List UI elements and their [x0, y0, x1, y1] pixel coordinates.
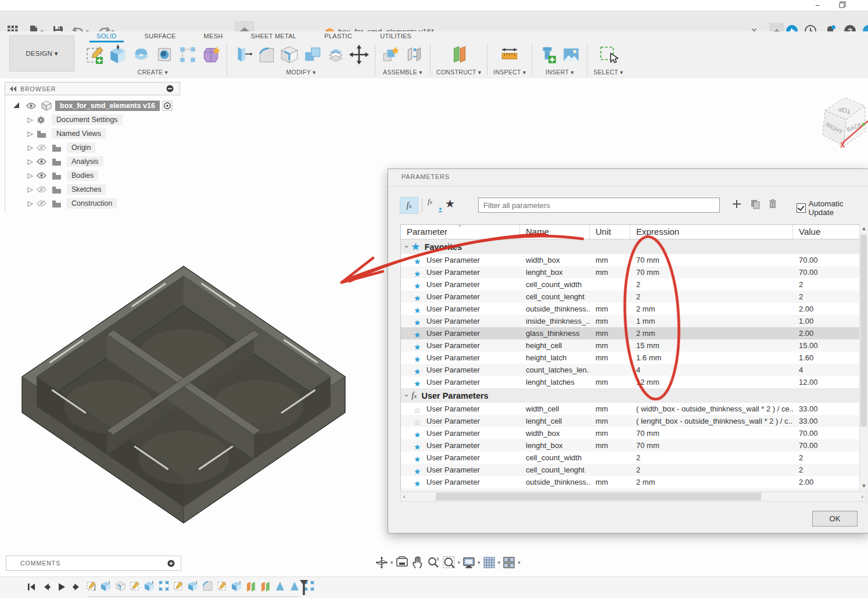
parameter-expression[interactable]: ( lenght_box - outside_thinkness_wall * …: [630, 417, 793, 425]
browser-item-origin[interactable]: ▷ Origin: [5, 141, 180, 155]
timeline-feature-sketch[interactable]: [173, 581, 184, 592]
play-button[interactable]: [57, 582, 66, 592]
favorite-star-toggle[interactable]: ★: [414, 317, 421, 329]
parameter-expression[interactable]: 15 mm: [630, 341, 793, 350]
parameter-row[interactable]: ★User Parameterwidth_boxmm70 mm70.00: [401, 427, 866, 439]
filter-parameters-input[interactable]: [478, 198, 720, 213]
step-forward-button[interactable]: [72, 582, 81, 592]
browser-item-sketches[interactable]: ▷ Sketches: [5, 182, 180, 196]
favorites-filter-button[interactable]: ★: [445, 197, 455, 210]
item-label[interactable]: Document Settings: [52, 114, 123, 125]
section-chevron-icon[interactable]: ›: [403, 245, 411, 248]
column-header-value[interactable]: Value: [793, 225, 859, 239]
collapse-panel-icon[interactable]: [10, 86, 17, 92]
parameter-row[interactable]: ★User Parameterwidth_boxmm70 mm70.00: [401, 254, 866, 266]
timeline-feature-mirror[interactable]: [260, 581, 271, 592]
form-tool-icon[interactable]: [201, 45, 221, 65]
timeline-feature-extrude[interactable]: [188, 581, 199, 592]
favorite-star-toggle[interactable]: ★: [414, 341, 421, 353]
table-header-row[interactable]: › ParameterNameUnitExpressionValue: [401, 225, 866, 239]
group-label[interactable]: INSERT ▾: [546, 69, 574, 76]
section-header-user-parameters[interactable]: ›fxUser Parameters: [401, 388, 866, 403]
visibility-eye-icon[interactable]: [37, 172, 46, 179]
expander-icon[interactable]: ▷: [26, 116, 34, 124]
step-back-button[interactable]: [42, 582, 51, 592]
expander-icon[interactable]: ▷: [26, 171, 34, 180]
browser-item-analysis[interactable]: ▷ Analysis: [5, 155, 180, 169]
fit-caret[interactable]: ▾: [458, 560, 461, 565]
fit-icon[interactable]: [442, 556, 456, 570]
parameter-expression[interactable]: 2: [630, 453, 793, 462]
favorite-star-toggle[interactable]: ★: [414, 305, 421, 317]
image-tool-icon[interactable]: [561, 45, 581, 65]
section-chevron-icon[interactable]: ›: [403, 394, 411, 396]
ribbon-tab-utilities[interactable]: UTILITIES: [366, 31, 425, 41]
favorite-star-toggle[interactable]: ★: [414, 378, 421, 390]
display-settings-icon[interactable]: [462, 556, 476, 570]
expander-icon[interactable]: ▷: [26, 185, 34, 194]
zoom-icon[interactable]: ±: [426, 556, 440, 570]
visibility-eye-icon[interactable]: [37, 200, 46, 207]
look-at-icon[interactable]: [395, 556, 409, 570]
timeline-feature-draft[interactable]: [275, 581, 286, 592]
vertical-scrollbar[interactable]: ▲ ▼: [859, 224, 868, 490]
automatic-update-checkbox[interactable]: [797, 203, 806, 213]
ribbon-tab-plastic[interactable]: PLASTIC: [310, 31, 366, 41]
timeline-feature-extrude[interactable]: [144, 581, 155, 592]
favorite-star-toggle[interactable]: ★: [414, 478, 421, 490]
favorite-star-toggle[interactable]: ★: [414, 366, 421, 378]
favorite-star-toggle[interactable]: ★: [414, 490, 421, 490]
bolt-tool-icon[interactable]: [538, 45, 558, 65]
group-label[interactable]: CONSTRUCT ▾: [436, 69, 481, 76]
parameter-expression[interactable]: 1 mm: [630, 317, 793, 325]
favorite-star-toggle[interactable]: ★: [414, 292, 421, 305]
expander-icon[interactable]: ▷: [26, 144, 34, 152]
visibility-eye-icon[interactable]: [26, 102, 36, 109]
timeline-feature-extrude[interactable]: [231, 581, 242, 592]
joint-tool-icon[interactable]: [404, 45, 424, 65]
revolve-tool-icon[interactable]: [131, 45, 151, 65]
favorite-star-toggle[interactable]: ★: [414, 429, 421, 441]
viewports-caret[interactable]: ▾: [518, 560, 521, 565]
grid-caret[interactable]: ▾: [498, 560, 501, 565]
column-header-unit[interactable]: Unit: [590, 225, 630, 239]
root-document-label[interactable]: box_for_smd_elements v16: [55, 101, 160, 111]
item-label[interactable]: Origin: [67, 142, 95, 153]
pan-icon[interactable]: [411, 556, 425, 570]
parameter-row[interactable]: ★User Parameterheight_latchmm1.6 mm1.60: [401, 352, 866, 364]
parameter-row[interactable]: ☆User Parameterwidth_cellmm( width_box -…: [401, 403, 866, 415]
automatic-update-toggle[interactable]: Automatic Update: [797, 199, 868, 217]
favorite-star-toggle[interactable]: ☆: [414, 404, 421, 417]
parameter-expression[interactable]: 12 mm: [630, 378, 793, 386]
timeline-feature-extrude[interactable]: [101, 581, 112, 592]
browser-item-document-settings[interactable]: ▷Document Settings: [5, 113, 180, 127]
favorite-star-toggle[interactable]: ★: [414, 256, 421, 268]
newcomp-tool-icon[interactable]: [381, 45, 401, 65]
section-header-favorites[interactable]: ›★Favorites: [401, 239, 866, 254]
group-label[interactable]: INSPECT ▾: [493, 69, 526, 76]
parameter-expression[interactable]: 70 mm: [630, 256, 793, 264]
activate-component-radio[interactable]: [162, 101, 173, 111]
timeline-feature-pattern[interactable]: [159, 581, 170, 592]
fillet-tool-icon[interactable]: [256, 45, 276, 65]
extrude-tool-icon[interactable]: [108, 45, 128, 65]
item-label[interactable]: Construction: [67, 198, 117, 209]
parameter-row[interactable]: ★User Parameterinside_thinkness_...mm1 m…: [401, 488, 866, 490]
horizontal-scrollbar[interactable]: ‹ ›: [400, 492, 866, 502]
panel-minus-icon[interactable]: [166, 85, 174, 92]
parameter-row[interactable]: ★User Parameterlenght_boxmm70 mm70.00: [401, 266, 866, 278]
viewports-icon[interactable]: [502, 556, 516, 570]
measure-tool-icon[interactable]: [500, 45, 519, 65]
expander-icon[interactable]: ▷: [26, 130, 34, 138]
parameter-row[interactable]: ★User Parameterheight_cellmm15 mm15.00: [401, 339, 866, 352]
presspull-tool-icon[interactable]: [233, 45, 253, 65]
orbit-caret[interactable]: ▾: [390, 560, 393, 565]
browser-item-named-views[interactable]: ▷Named Views: [5, 127, 180, 141]
favorite-star-toggle[interactable]: ★: [414, 329, 421, 341]
favorite-star-toggle[interactable]: ★: [414, 353, 421, 366]
parameter-row[interactable]: ★User Parameterlenght_boxmm70 mm70.00: [401, 439, 866, 452]
favorite-star-toggle[interactable]: ★: [414, 453, 421, 465]
grid-icon[interactable]: [482, 556, 496, 570]
visibility-eye-icon[interactable]: [37, 186, 46, 193]
go-to-start-button[interactable]: [27, 582, 36, 592]
